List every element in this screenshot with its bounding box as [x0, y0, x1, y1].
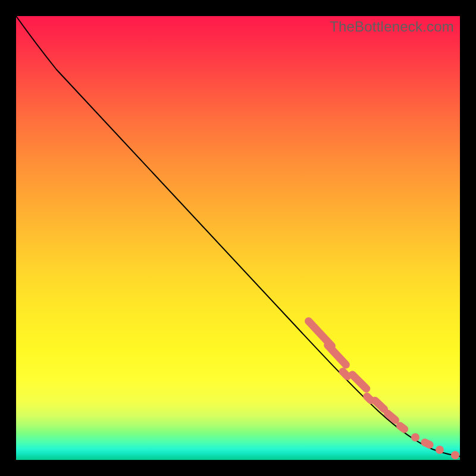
chart-frame: TheBottleneck.com: [0, 0, 476, 476]
svg-point-8: [411, 433, 419, 441]
curve-svg: [16, 16, 460, 460]
svg-rect-1: [322, 340, 351, 370]
svg-rect-3: [347, 369, 372, 394]
svg-rect-9: [419, 437, 434, 450]
svg-point-10: [436, 446, 444, 454]
highlight-cluster: [303, 315, 459, 459]
bottleneck-curve: [16, 16, 460, 456]
plot-area: TheBottleneck.com: [16, 16, 460, 460]
svg-point-11: [451, 451, 459, 459]
